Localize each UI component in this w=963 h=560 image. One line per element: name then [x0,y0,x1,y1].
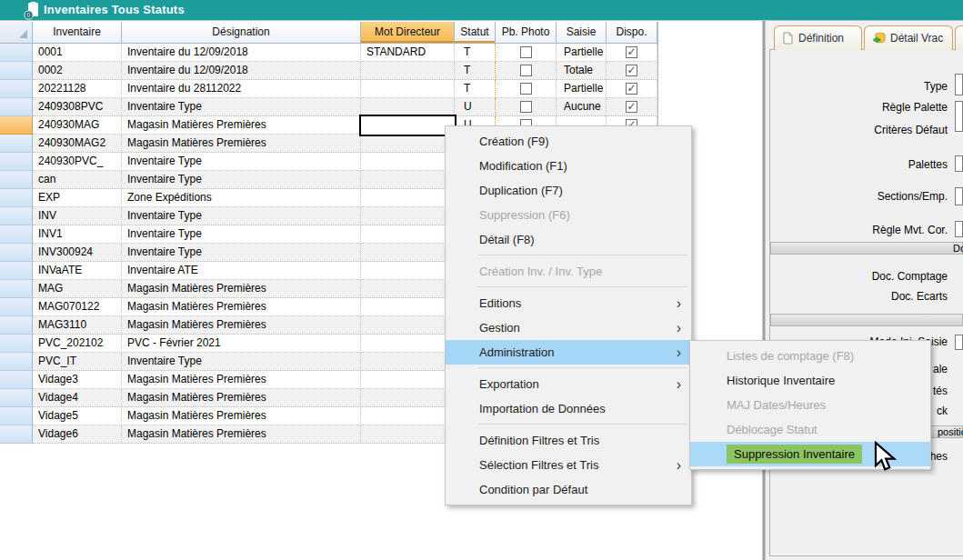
cell-inventaire[interactable]: PVC_IT [33,353,122,371]
table-row[interactable]: 0001Inventaire du 12/09/2018STANDARDTPar… [0,44,657,62]
cell-dispo[interactable] [607,98,657,116]
row-header[interactable] [0,80,33,98]
menu-item-importation-de-donn-es[interactable]: Importation de Données [446,396,691,421]
input-field-stub[interactable] [955,155,963,172]
cell-mot-directeur[interactable] [361,353,455,371]
cell-mot-directeur[interactable] [361,153,455,171]
cell-mot-directeur[interactable] [361,316,455,335]
cell-designation[interactable]: Zone Expéditions [122,189,361,207]
cell-inventaire[interactable]: INV300924 [33,244,122,262]
row-header[interactable] [0,244,33,262]
cell-mot-directeur[interactable] [361,207,455,225]
table-row[interactable]: 20221128Inventaire du 28112022TPartielle [0,80,657,98]
cell-designation[interactable]: Inventaire du 12/09/2018 [122,44,361,62]
cell-designation[interactable]: Inventaire Type [122,207,361,225]
cell-pb-photo[interactable] [496,80,557,98]
row-header[interactable] [0,44,33,62]
row-header[interactable] [0,171,33,189]
menu-item-s-lection-filtres-et-tris[interactable]: Sélection Filtres et Tris [446,453,691,477]
tab-partial[interactable] [955,25,963,50]
menu-item-d-finition-filtres-et-tris[interactable]: Définition Filtres et Tris [446,428,691,453]
row-header[interactable] [0,280,33,298]
cell-mot-directeur[interactable] [361,98,455,116]
menu-item-exportation[interactable]: Exportation [446,372,691,396]
cell-inventaire[interactable]: 0002 [33,62,122,80]
cell-mot-directeur[interactable]: STANDARD [361,44,455,62]
row-header[interactable] [0,316,33,335]
column-header-mot-directeur[interactable]: Mot Directeur [361,22,455,44]
column-header-saisie[interactable]: Saisie [557,22,607,44]
pb-photo-checkbox[interactable] [520,46,532,58]
cell-dispo[interactable] [607,44,657,62]
cell-inventaire[interactable]: 0001 [33,44,122,62]
cell-inventaire[interactable]: Vidage6 [33,425,122,444]
column-header-pb-photo[interactable]: Pb. Photo [496,22,557,44]
cell-designation[interactable]: Inventaire du 28112022 [122,80,361,98]
cell-mot-directeur[interactable] [361,280,455,298]
cell-mot-directeur[interactable] [361,80,455,98]
cell-mot-directeur[interactable] [361,135,455,153]
row-header[interactable] [0,98,33,116]
cell-inventaire[interactable]: MAG070122 [33,298,122,316]
cell-designation[interactable]: Magasin Matières Premières [122,316,361,335]
row-header[interactable] [0,425,33,444]
cell-inventaire[interactable]: Vidage4 [33,389,122,407]
cell-designation[interactable]: Inventaire Type [122,225,361,244]
cell-saisie[interactable]: Aucune [557,98,607,116]
cell-saisie[interactable]: Partielle [557,80,607,98]
cell-inventaire[interactable]: INV1 [33,225,122,244]
cell-designation[interactable]: Inventaire Type [122,98,361,116]
panel-splitter[interactable] [762,21,766,560]
row-header[interactable] [0,407,33,425]
row-header[interactable] [0,353,33,371]
cell-designation[interactable]: Magasin Matières Premières [122,389,361,407]
cell-mot-directeur[interactable] [361,298,455,316]
cell-designation[interactable]: Magasin Matières Premières [122,298,361,316]
row-header[interactable] [0,262,33,280]
row-header[interactable] [0,225,33,244]
menu-item-gestion[interactable]: Gestion [446,315,691,340]
menu-item-condition-par-d-faut[interactable]: Condition par Défaut [446,477,691,502]
row-header[interactable] [0,62,33,80]
input-field-stub[interactable] [955,187,963,205]
cell-designation[interactable]: PVC - Février 2021 [122,335,361,353]
cell-designation[interactable]: Magasin Matières Premières [122,280,361,298]
row-header[interactable] [0,207,33,225]
cell-inventaire[interactable]: Vidage5 [33,407,122,425]
cell-mot-directeur[interactable] [361,262,455,280]
table-row[interactable]: 0002Inventaire du 12/09/2018TTotale [0,62,657,80]
cell-inventaire[interactable]: 20221128 [33,80,122,98]
table-row[interactable]: 2409308PVCInventaire TypeUAucune [0,98,657,116]
selected-cell[interactable] [359,115,456,136]
cell-designation[interactable]: Magasin Matières Premières [122,425,361,444]
row-header[interactable] [0,135,33,153]
row-header[interactable] [0,335,33,353]
dispo-checkbox[interactable] [626,46,637,58]
cell-mot-directeur[interactable] [361,189,455,207]
tab-definition[interactable]: Définition [774,25,862,50]
tab-detail-vrac[interactable]: Détail Vrac [864,25,953,50]
cell-statut[interactable]: U [455,98,496,116]
menu-item-historique-inventaire[interactable]: Historique Inventaire [690,368,930,393]
cell-mot-directeur[interactable] [361,335,455,353]
menu-item-modification-f1[interactable]: Modification (F1) [446,154,691,178]
cell-inventaire[interactable]: MAG3110 [33,316,122,335]
cell-mot-directeur[interactable] [361,62,455,80]
input-field-stub[interactable] [955,335,963,350]
menu-item-cr-ation-inv-inv-type[interactable]: Création Inv. / Inv. Type [446,259,691,284]
pb-photo-checkbox[interactable] [520,83,532,95]
cell-mot-directeur[interactable] [361,389,455,407]
menu-item-administration[interactable]: Administration [446,340,691,365]
cell-mot-directeur[interactable] [361,171,455,189]
row-header[interactable] [0,189,33,207]
cell-inventaire[interactable]: 240930PVC_ [33,153,122,171]
cell-designation[interactable]: Magasin Matières Premières [122,135,361,153]
column-header-dispo[interactable]: Dispo. [607,22,657,44]
input-field-stub[interactable] [955,74,963,95]
cell-designation[interactable]: Inventaire Type [122,244,361,262]
cell-inventaire[interactable]: 2409308PVC [33,98,122,116]
dispo-checkbox[interactable] [626,65,637,76]
cell-pb-photo[interactable] [496,44,557,62]
cell-designation[interactable]: Inventaire du 12/09/2018 [122,62,361,80]
menu-item-suppression-f6[interactable]: Suppression (F6) [446,203,691,227]
